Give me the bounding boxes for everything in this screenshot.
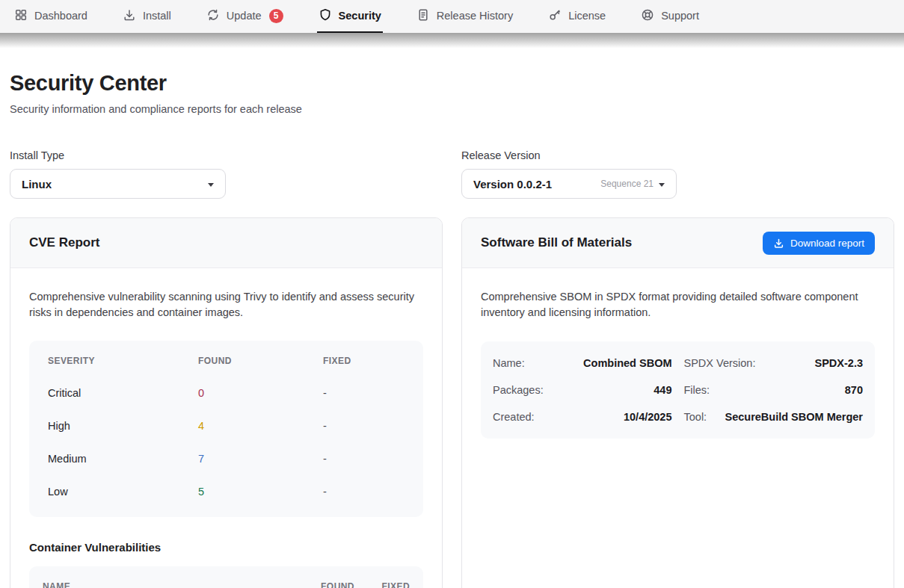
detail-value: 870 xyxy=(845,384,863,396)
detail-value: Combined SBOM xyxy=(583,357,671,369)
download-icon xyxy=(773,238,784,249)
col-found: FOUND xyxy=(198,356,323,366)
detail-label: Created: xyxy=(493,411,535,423)
table-row-high: High 4 - xyxy=(29,409,423,442)
download-report-button[interactable]: Download report xyxy=(763,232,875,255)
col-fixed: FIXED xyxy=(369,581,410,588)
detail-value: SecureBuild SBOM Merger xyxy=(725,411,863,423)
tab-install[interactable]: Install xyxy=(121,0,173,33)
fixed-value: - xyxy=(323,420,405,432)
sbom-detail-name: Name: Combined SBOM xyxy=(493,350,672,377)
release-version-group: Release Version Version 0.0.2-1 Sequence… xyxy=(461,149,894,199)
install-type-group: Install Type Linux xyxy=(10,149,443,199)
detail-label: Files: xyxy=(684,384,710,396)
fixed-value: - xyxy=(323,453,405,465)
refresh-icon xyxy=(206,8,220,24)
release-version-select[interactable]: Version 0.0.2-1 Sequence 21 xyxy=(461,169,677,199)
install-type-value: Linux xyxy=(22,178,52,191)
nav-shadow xyxy=(0,33,904,48)
severity-label: Low xyxy=(48,486,198,498)
lifebuoy-icon xyxy=(641,8,654,24)
found-value: 4 xyxy=(198,420,323,432)
shield-icon xyxy=(319,8,332,24)
detail-label: Name: xyxy=(493,357,525,369)
col-found: FOUND xyxy=(308,581,354,588)
tab-label: License xyxy=(568,10,606,22)
sbom-card-body: Comprehensive SBOM in SPDX format provid… xyxy=(462,268,894,459)
detail-value: 449 xyxy=(654,384,671,396)
sbom-card: Software Bill of Materials Download repo… xyxy=(461,217,894,588)
tab-license[interactable]: License xyxy=(547,0,607,33)
fixed-value: - xyxy=(323,387,405,399)
page-subtitle: Security information and compliance repo… xyxy=(10,103,894,115)
tab-update[interactable]: Update 5 xyxy=(205,0,285,33)
severity-label: Medium xyxy=(48,453,198,465)
dashboard-grid-icon xyxy=(14,8,28,24)
tab-support[interactable]: Support xyxy=(639,0,701,33)
release-version-value: Version 0.0.2-1 xyxy=(473,178,552,191)
sbom-card-title: Software Bill of Materials xyxy=(481,235,632,250)
download-icon xyxy=(123,8,136,24)
col-fixed: FIXED xyxy=(323,356,405,366)
fixed-value: - xyxy=(323,486,405,498)
tab-security[interactable]: Security xyxy=(317,0,383,33)
severity-table: SEVERITY FOUND FIXED Critical 0 - High 4… xyxy=(29,341,423,517)
sequence-label: Sequence 21 xyxy=(600,179,654,189)
tab-label: Dashboard xyxy=(34,10,87,22)
col-severity: SEVERITY xyxy=(48,356,198,366)
tab-label: Install xyxy=(143,10,171,22)
col-name: NAME xyxy=(43,581,293,588)
cve-card-title: CVE Report xyxy=(29,235,99,250)
sbom-detail-spdx-version: SPDX Version: SPDX-2.3 xyxy=(684,350,864,377)
detail-value: SPDX-2.3 xyxy=(815,357,863,369)
tab-release-history[interactable]: Release History xyxy=(415,0,514,33)
tab-label: Support xyxy=(661,10,699,22)
sbom-detail-packages: Packages: 449 xyxy=(493,377,672,403)
found-value: 5 xyxy=(198,486,323,498)
detail-label: SPDX Version: xyxy=(684,357,756,369)
sbom-detail-created: Created: 10/4/2025 xyxy=(493,403,672,430)
cards-row: CVE Report Comprehensive vulnerability s… xyxy=(10,217,894,588)
page-title: Security Center xyxy=(10,71,894,96)
install-type-label: Install Type xyxy=(10,149,443,161)
sbom-detail-files: Files: 870 xyxy=(684,377,864,403)
download-report-label: Download report xyxy=(790,238,864,249)
sbom-description: Comprehensive SBOM in SPDX format provid… xyxy=(481,289,875,321)
severity-table-header: SEVERITY FOUND FIXED xyxy=(29,345,423,377)
sbom-detail-tool: Tool: SecureBuild SBOM Merger xyxy=(684,403,864,430)
chevron-down-icon xyxy=(659,183,665,187)
table-row-critical: Critical 0 - xyxy=(29,377,423,409)
tab-label: Release History xyxy=(437,10,513,22)
found-value: 7 xyxy=(198,453,323,465)
tab-label: Security xyxy=(339,10,381,22)
filters-row: Install Type Linux Release Version Versi… xyxy=(10,149,894,199)
install-type-select[interactable]: Linux xyxy=(10,169,226,199)
detail-value: 10/4/2025 xyxy=(624,411,672,423)
sbom-details-grid: Name: Combined SBOM SPDX Version: SPDX-2… xyxy=(481,341,875,439)
sbom-card-header: Software Bill of Materials Download repo… xyxy=(462,218,894,268)
container-vulnerabilities-header: NAME FOUND FIXED xyxy=(29,566,423,588)
chevron-down-icon xyxy=(208,183,214,187)
found-value: 0 xyxy=(198,387,323,399)
tab-label: Update xyxy=(227,10,262,22)
cve-card-body: Comprehensive vulnerability scanning usi… xyxy=(10,268,442,588)
update-count-badge: 5 xyxy=(269,9,283,23)
table-row-medium: Medium 7 - xyxy=(29,442,423,475)
top-nav: Dashboard Install Update 5 Security xyxy=(0,0,904,33)
main-content: Security Center Security information and… xyxy=(0,71,904,588)
severity-label: High xyxy=(48,420,198,432)
cve-card-header: CVE Report xyxy=(10,218,442,268)
detail-label: Tool: xyxy=(684,411,707,423)
tab-dashboard[interactable]: Dashboard xyxy=(13,0,89,33)
detail-label: Packages: xyxy=(493,384,544,396)
release-version-label: Release Version xyxy=(461,149,894,161)
severity-label: Critical xyxy=(48,387,198,399)
cve-report-card: CVE Report Comprehensive vulnerability s… xyxy=(10,217,443,588)
container-vulnerabilities-title: Container Vulnerabilities xyxy=(29,541,423,554)
cve-description: Comprehensive vulnerability scanning usi… xyxy=(29,289,423,321)
key-icon xyxy=(548,8,562,24)
document-icon xyxy=(416,8,430,24)
table-row-low: Low 5 - xyxy=(29,475,423,508)
